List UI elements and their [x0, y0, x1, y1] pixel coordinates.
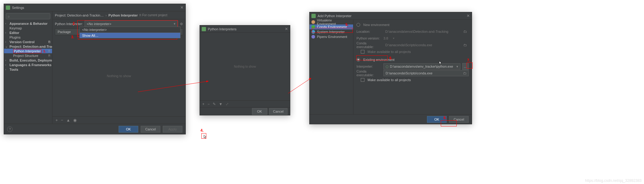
add-interpreter-window: Add Python Interpreter ✕ Virtualenv Envi… — [309, 12, 472, 124]
ok-button[interactable]: OK — [119, 126, 138, 133]
gear-icon[interactable]: ⚙ — [180, 22, 183, 26]
add-icon[interactable]: + — [55, 118, 58, 122]
apply-button[interactable]: Apply — [163, 126, 182, 133]
settings-titlebar[interactable]: Settings ✕ — [4, 4, 185, 11]
addinterp-footer: OK Cancel — [310, 114, 472, 124]
pycharm-icon — [202, 27, 206, 31]
list-empty: Nothing to show — [234, 65, 256, 68]
gear-icon: ⎘ — [48, 54, 50, 57]
pyinterp-toolbar: + − ✎ ▼ ⤢ — [200, 100, 290, 107]
pyinterp-footer: OK Cancel — [200, 107, 290, 115]
interpreter-dropdown: <No interpreter> Show All… — [79, 27, 181, 38]
settings-sidebar: ⌕ ›Appearance & Behavior Keymap ›Editor … — [4, 11, 52, 124]
checkbox-icon — [361, 50, 364, 54]
python-interpreters-window: Python Interpreters ✕ Nothing to show + … — [200, 25, 290, 115]
pycharm-icon — [6, 6, 10, 10]
combo-value: <No interpreter> — [87, 22, 111, 26]
remove-icon[interactable]: − — [61, 118, 63, 122]
for-current-project: For current project — [139, 13, 167, 17]
location-label: Location: — [356, 30, 382, 33]
interpreter-label: Python Interpreter: — [55, 22, 83, 26]
conda-icon — [311, 25, 315, 29]
env-pipenv[interactable]: Pipenv Environment — [310, 34, 353, 39]
cancel-button[interactable]: Cancel — [141, 126, 160, 133]
interpreter-label: Interpreter: — [356, 65, 382, 68]
cancel-button[interactable]: Cancel — [269, 108, 288, 115]
condaexe2-field[interactable]: D:\anaconda\Scripts\conda.exe🗀 — [383, 70, 469, 76]
ok-button[interactable]: OK — [252, 108, 267, 115]
chevron-down-icon: ▾ — [456, 65, 458, 69]
help-icon[interactable]: ? — [7, 126, 13, 132]
system-icon — [311, 30, 315, 34]
browse-button[interactable]: … — [462, 63, 469, 70]
up-icon[interactable]: ▲ — [66, 118, 70, 122]
condaexe2-label: Conda executable: — [356, 69, 382, 77]
step-6-label: 6. — [389, 56, 392, 60]
crumb-interpreter: Python Interpreter — [109, 13, 138, 17]
package-toolbar: + − ▲ ◉ — [52, 116, 185, 124]
add-interpreter-button[interactable]: + — [202, 102, 204, 106]
tree-version-control[interactable]: ›Version Control⎘ — [4, 39, 52, 44]
checkbox-icon — [361, 78, 364, 82]
watermark: https://blog.csdn.net/qq_32892383 — [585, 178, 642, 183]
radio-existing-env[interactable]: Existing environment — [356, 56, 469, 63]
spinner-icon: ◌ — [386, 65, 389, 69]
settings-title: Settings — [12, 6, 180, 9]
tree-build[interactable]: ›Build, Execution, Deployment — [4, 58, 52, 62]
addinterp-title: Add Python Interpreter — [318, 14, 467, 18]
settings-window: Settings ✕ ⌕ ›Appearance & Behavior Keym… — [4, 4, 186, 134]
cursor-icon — [204, 135, 207, 139]
gear-icon: ⎘ — [48, 40, 50, 43]
cancel-button[interactable]: Cancel — [449, 116, 469, 123]
edit-interpreter-button[interactable]: ✎ — [213, 102, 216, 106]
paths-icon[interactable]: ⤢ — [226, 102, 229, 106]
dropdown-no-interpreter[interactable]: <No interpreter> — [80, 27, 180, 32]
tree-languages[interactable]: ›Languages & Frameworks — [4, 62, 52, 67]
tree-keymap[interactable]: Keymap — [4, 26, 52, 30]
condaexe-field: D:\anaconda\Scripts\conda.exe🗀 — [383, 42, 469, 48]
radio-new-env[interactable]: New environment — [356, 21, 469, 28]
tree-editor[interactable]: ›Editor — [4, 30, 52, 35]
tree-plugins[interactable]: Plugins — [4, 35, 52, 39]
step-1-label: 1. — [43, 49, 46, 53]
tree-tools[interactable]: ›Tools — [4, 67, 52, 72]
pyver-select: 3.8▼ — [383, 36, 469, 40]
radio-icon — [356, 58, 360, 62]
remove-interpreter-button[interactable]: − — [208, 102, 210, 106]
chevron-right-icon: › — [105, 13, 107, 17]
close-icon[interactable]: ✕ — [467, 13, 470, 18]
env-system[interactable]: System Interpreter — [310, 29, 353, 34]
gear-icon: ⎘ — [48, 49, 50, 53]
eye-icon[interactable]: ◉ — [73, 118, 77, 122]
crumb-project[interactable]: Project: Detection-and-Trackin… — [55, 13, 104, 17]
filter-icon[interactable]: ▼ — [219, 102, 223, 106]
location-field: D:\anaconda\envs\Detection-and-Tracking🗀 — [383, 28, 469, 35]
close-icon[interactable]: ✕ — [285, 27, 288, 31]
tree-project-structure[interactable]: Project Structure⎘ — [4, 53, 52, 58]
close-icon[interactable]: ✕ — [180, 5, 184, 10]
search-input[interactable]: ⌕ — [6, 13, 50, 19]
pipenv-icon — [311, 35, 315, 39]
svg-line-1 — [288, 78, 311, 93]
search-icon: ⌕ — [8, 14, 10, 18]
cursor-icon — [439, 61, 442, 65]
pycharm-icon — [311, 14, 316, 18]
interpreter-field[interactable]: ◌D:\anaconda\envs\env_tracker\python.exe… — [383, 63, 460, 69]
env-type-list: Virtualenv Environment Conda Environment… — [310, 20, 353, 114]
env-form: New environment Location:D:\anaconda\env… — [353, 20, 472, 114]
pyinterp-titlebar[interactable]: Python Interpreters ✕ — [200, 25, 290, 33]
make-avail-2[interactable]: Make available to all projects — [356, 77, 469, 83]
packages-empty: Nothing to show — [52, 35, 185, 116]
tree-project[interactable]: ⌄Project: Detection-and-Trackin…⎘ — [4, 44, 52, 49]
tree-appearance[interactable]: ›Appearance & Behavior — [4, 21, 52, 26]
virtualenv-icon — [311, 20, 315, 24]
dropdown-show-all[interactable]: Show All… — [80, 32, 180, 38]
interpreter-combo[interactable]: <No interpreter> ▼ — [85, 21, 178, 27]
breadcrumb: Project: Detection-and-Trackin… › Python… — [52, 11, 185, 19]
settings-tree: ›Appearance & Behavior Keymap ›Editor Pl… — [4, 21, 52, 124]
step-3-label: 3. — [71, 35, 74, 39]
chevron-down-icon: ▼ — [173, 22, 176, 25]
tree-python-interpreter[interactable]: Python Interpreter 1. ⎘ — [4, 49, 52, 53]
step-5-label: 5. — [345, 23, 349, 27]
pyinterp-title: Python Interpreters — [208, 27, 285, 31]
